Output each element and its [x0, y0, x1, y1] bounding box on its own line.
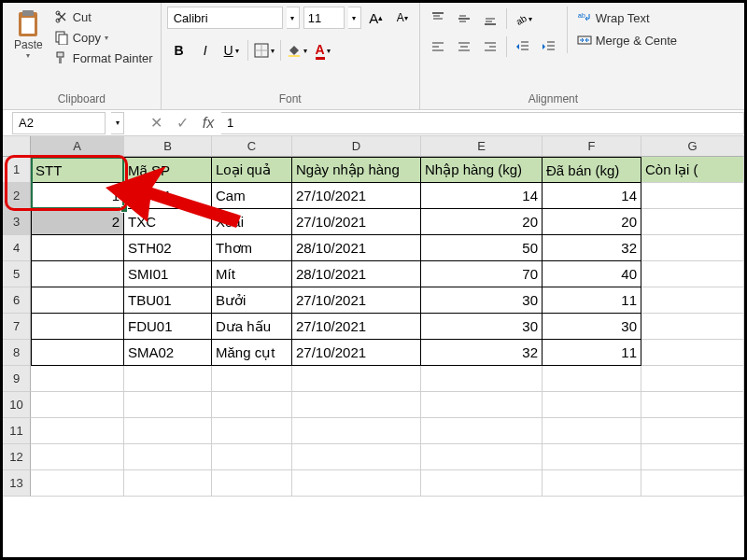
row-header-3[interactable]: 3 — [3, 209, 31, 235]
cell-E5[interactable]: 70 — [421, 261, 543, 287]
cell-E6[interactable]: 30 — [421, 287, 543, 314]
cell-C4[interactable]: Thơm — [212, 235, 292, 261]
cell-D6[interactable]: 27/10/2021 — [292, 287, 421, 314]
cell-D4[interactable]: 28/10/2021 — [292, 235, 421, 261]
cell-A10[interactable] — [31, 392, 124, 418]
cell-D13[interactable] — [292, 470, 421, 497]
cell-C1[interactable]: Loại quả — [212, 157, 292, 183]
cell-A5[interactable] — [31, 261, 124, 287]
row-header-9[interactable]: 9 — [3, 366, 31, 392]
cell-A8[interactable] — [31, 340, 124, 366]
cell-A6[interactable] — [31, 287, 124, 314]
select-all-corner[interactable] — [3, 136, 31, 157]
font-size-input[interactable] — [303, 7, 345, 29]
cell-A11[interactable] — [31, 418, 124, 444]
cell-B12[interactable] — [124, 444, 212, 470]
cell-F9[interactable] — [543, 366, 641, 392]
align-left-button[interactable] — [426, 35, 450, 59]
cell-E4[interactable]: 50 — [421, 235, 543, 261]
cell-C8[interactable]: Măng cụt — [212, 340, 292, 366]
cell-G10[interactable] — [641, 392, 744, 418]
cell-D12[interactable] — [292, 444, 421, 470]
decrease-font-button[interactable]: A▾ — [391, 7, 414, 29]
formula-bar[interactable] — [221, 112, 744, 134]
cell-E3[interactable]: 20 — [421, 209, 543, 235]
cell-B4[interactable]: STH02 — [124, 235, 212, 261]
cell-G2[interactable] — [641, 183, 744, 209]
cell-F8[interactable]: 11 — [543, 340, 641, 366]
increase-font-button[interactable]: A▴ — [365, 7, 388, 29]
column-header-C[interactable]: C — [212, 136, 292, 157]
cut-button[interactable]: Cut — [52, 8, 155, 25]
underline-button[interactable]: U▾ — [219, 38, 244, 63]
cell-A4[interactable] — [31, 235, 124, 261]
cell-G13[interactable] — [641, 470, 744, 497]
cell-D10[interactable] — [292, 392, 421, 418]
cell-A7[interactable] — [31, 314, 124, 340]
row-header-5[interactable]: 5 — [3, 261, 31, 287]
column-header-B[interactable]: B — [124, 136, 212, 157]
cell-C11[interactable] — [212, 418, 292, 444]
cell-F4[interactable]: 32 — [543, 235, 641, 261]
cell-F3[interactable]: 20 — [543, 209, 641, 235]
cell-B13[interactable] — [124, 470, 212, 497]
row-header-12[interactable]: 12 — [3, 444, 31, 470]
decrease-indent-button[interactable] — [511, 35, 535, 59]
cell-G1[interactable]: Còn lại ( — [641, 157, 744, 183]
cell-E9[interactable] — [421, 366, 543, 392]
italic-button[interactable]: I — [193, 38, 218, 63]
cell-G12[interactable] — [641, 444, 744, 470]
cell-C10[interactable] — [212, 392, 292, 418]
cell-E11[interactable] — [421, 418, 543, 444]
cell-F5[interactable]: 40 — [543, 261, 641, 287]
cell-B6[interactable]: TBU01 — [124, 287, 212, 314]
merge-center-button[interactable]: Merge & Cente — [573, 31, 681, 49]
cell-F10[interactable] — [543, 392, 641, 418]
cell-B10[interactable] — [124, 392, 212, 418]
cell-D9[interactable] — [292, 366, 421, 392]
cell-E12[interactable] — [421, 444, 543, 470]
cell-G11[interactable] — [641, 418, 744, 444]
column-header-D[interactable]: D — [292, 136, 421, 157]
name-box-dropdown[interactable]: ▾ — [111, 112, 124, 134]
cell-B5[interactable]: SMI01 — [124, 261, 212, 287]
fill-color-button[interactable]: ▾ — [285, 38, 309, 63]
column-header-E[interactable]: E — [421, 136, 543, 157]
font-name-dropdown[interactable]: ▾ — [287, 7, 300, 29]
row-header-11[interactable]: 11 — [3, 418, 31, 444]
cell-D1[interactable]: Ngày nhập hàng — [292, 157, 421, 183]
format-painter-button[interactable]: Format Painter — [52, 49, 155, 66]
cell-G3[interactable] — [641, 209, 744, 235]
cell-E1[interactable]: Nhập hàng (kg) — [421, 157, 543, 183]
cell-A9[interactable] — [31, 366, 124, 392]
row-header-10[interactable]: 10 — [3, 392, 31, 418]
cell-D2[interactable]: 27/10/2021 — [292, 183, 421, 209]
row-header-7[interactable]: 7 — [3, 314, 31, 340]
cancel-formula-button[interactable]: ✕ — [143, 112, 169, 134]
cell-C3[interactable]: Xoài — [212, 209, 292, 235]
row-header-13[interactable]: 13 — [3, 470, 31, 497]
cell-B1[interactable]: Mã SP — [124, 157, 212, 183]
column-header-G[interactable]: G — [641, 136, 744, 157]
cell-G6[interactable] — [641, 287, 744, 314]
cell-D5[interactable]: 28/10/2021 — [292, 261, 421, 287]
row-header-8[interactable]: 8 — [3, 340, 31, 366]
cell-A13[interactable] — [31, 470, 124, 497]
bold-button[interactable]: B — [167, 38, 191, 63]
cell-D7[interactable]: 27/10/2021 — [292, 314, 421, 340]
align-bottom-button[interactable] — [478, 7, 502, 31]
row-header-6[interactable]: 6 — [3, 287, 31, 314]
cell-F12[interactable] — [543, 444, 641, 470]
cell-F7[interactable]: 30 — [543, 314, 641, 340]
align-center-button[interactable] — [452, 35, 476, 59]
cell-C5[interactable]: Mít — [212, 261, 292, 287]
cell-B2[interactable]: FCA01 — [124, 183, 212, 209]
cell-B3[interactable]: TXC — [124, 209, 212, 235]
cell-B11[interactable] — [124, 418, 212, 444]
wrap-text-button[interactable]: ab Wrap Text — [573, 8, 681, 27]
orientation-button[interactable]: ab▾ — [511, 7, 535, 31]
align-middle-button[interactable] — [452, 7, 476, 31]
cell-C6[interactable]: Bưởi — [212, 287, 292, 314]
cell-G9[interactable] — [641, 366, 744, 392]
align-right-button[interactable] — [478, 35, 502, 59]
